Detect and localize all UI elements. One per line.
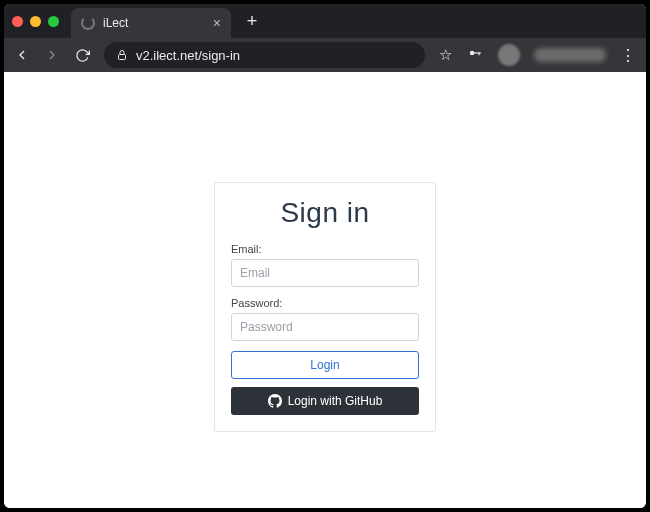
login-button-label: Login [310,358,339,372]
bookmark-icon[interactable]: ☆ [439,46,452,64]
minimize-window-button[interactable] [30,16,41,27]
new-tab-button[interactable]: + [241,11,263,32]
password-field[interactable] [231,313,419,341]
github-icon [268,394,282,408]
profile-avatar[interactable] [498,44,520,66]
browser-tab[interactable]: iLect × [71,8,231,38]
email-label: Email: [231,243,419,255]
email-field[interactable] [231,259,419,287]
window-controls [12,16,59,27]
profile-label-blurred [534,48,606,62]
browser-window: iLect × + v2.ilect.net/sign-in ☆ [4,4,646,508]
browser-chrome: iLect × + v2.ilect.net/sign-in ☆ [4,4,646,72]
github-button-label: Login with GitHub [288,394,383,408]
toolbar: v2.ilect.net/sign-in ☆ ⋮ [4,38,646,72]
back-button[interactable] [14,47,30,63]
password-key-icon[interactable] [466,46,484,64]
github-login-button[interactable]: Login with GitHub [231,387,419,415]
close-window-button[interactable] [12,16,23,27]
svg-rect-2 [474,52,481,53]
menu-icon[interactable]: ⋮ [620,46,636,65]
svg-rect-3 [479,52,480,55]
address-bar[interactable]: v2.ilect.net/sign-in [104,42,425,68]
url-text: v2.ilect.net/sign-in [136,48,240,63]
page-title: Sign in [231,197,419,229]
loading-spinner-icon [81,16,95,30]
toolbar-right: ☆ ⋮ [439,44,636,66]
login-button[interactable]: Login [231,351,419,379]
forward-button[interactable] [44,47,60,63]
reload-button[interactable] [74,47,90,63]
tab-title: iLect [103,16,205,30]
page-content: Sign in Email: Password: Login Login wit… [4,72,646,508]
tab-bar: iLect × + [4,4,646,38]
signin-card: Sign in Email: Password: Login Login wit… [214,182,436,432]
svg-point-1 [470,51,475,56]
maximize-window-button[interactable] [48,16,59,27]
close-tab-icon[interactable]: × [213,15,221,31]
svg-rect-0 [119,55,126,60]
password-label: Password: [231,297,419,309]
lock-icon [116,49,128,61]
